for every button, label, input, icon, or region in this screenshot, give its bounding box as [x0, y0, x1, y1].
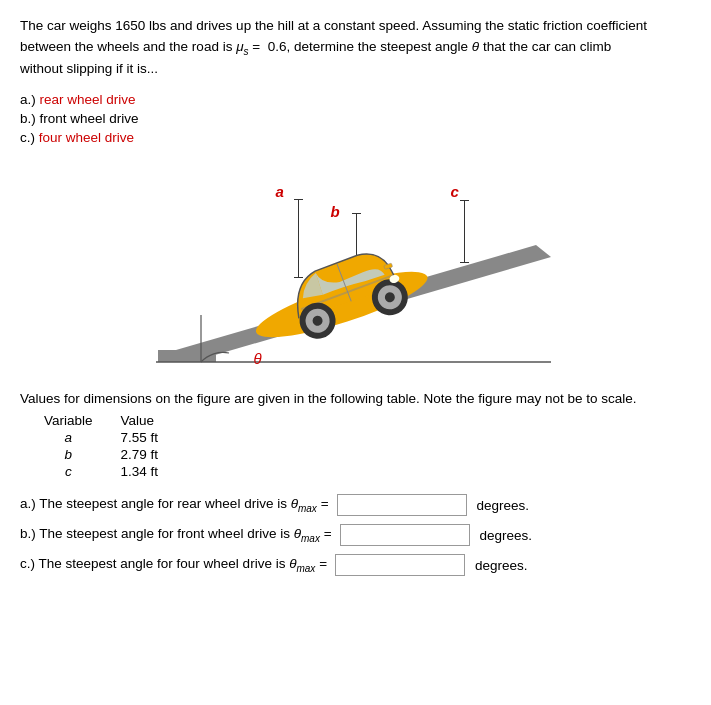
dimensions-table: Variable Value a 7.55 ft b 2.79 ft c 1.3… [40, 412, 176, 480]
answer-a-suffix: degrees. [477, 498, 530, 513]
answer-a-input[interactable] [337, 494, 467, 516]
answer-c-prefix: c.) The steepest angle for four wheel dr… [20, 556, 327, 574]
var-c: c [40, 463, 117, 480]
header-line1: The car weighs 1650 lbs and drives up th… [20, 18, 647, 33]
answer-b-suffix: degrees. [480, 528, 533, 543]
table-row: c 1.34 ft [40, 463, 176, 480]
answer-row-b: b.) The steepest angle for front wheel d… [20, 524, 691, 546]
table-intro-text: Values for dimensions on the figure are … [20, 391, 691, 406]
header-line2: between the wheels and the road is μs = … [20, 39, 611, 54]
answer-c-input[interactable] [335, 554, 465, 576]
val-c: 1.34 ft [117, 463, 177, 480]
header-line3: without slipping if it is... [20, 61, 158, 76]
val-a: 7.55 ft [117, 429, 177, 446]
answer-b-prefix: b.) The steepest angle for front wheel d… [20, 526, 332, 544]
answer-b-input[interactable] [340, 524, 470, 546]
part-b-label: b.) front wheel drive [20, 111, 691, 126]
answer-a-prefix: a.) The steepest angle for rear wheel dr… [20, 496, 329, 514]
val-b: 2.79 ft [117, 446, 177, 463]
table-header-row: Variable Value [40, 412, 176, 429]
answer-c-suffix: degrees. [475, 558, 528, 573]
problem-statement: The car weighs 1650 lbs and drives up th… [20, 16, 691, 80]
part-a-label: a.) rear wheel drive [20, 92, 691, 107]
table-section: Values for dimensions on the figure are … [20, 391, 691, 480]
col-value-header: Value [117, 412, 177, 429]
var-b: b [40, 446, 117, 463]
svg-marker-1 [158, 350, 216, 362]
answer-row-a: a.) The steepest angle for rear wheel dr… [20, 494, 691, 516]
car-image [251, 223, 451, 333]
table-row: a 7.55 ft [40, 429, 176, 446]
col-variable-header: Variable [40, 412, 117, 429]
figure: a b c θ [146, 155, 566, 375]
table-row: b 2.79 ft [40, 446, 176, 463]
var-a: a [40, 429, 117, 446]
answer-row-c: c.) The steepest angle for four wheel dr… [20, 554, 691, 576]
part-c-label: c.) four wheel drive [20, 130, 691, 145]
answer-section: a.) The steepest angle for rear wheel dr… [20, 494, 691, 576]
parts-list: a.) rear wheel drive b.) front wheel dri… [20, 92, 691, 145]
